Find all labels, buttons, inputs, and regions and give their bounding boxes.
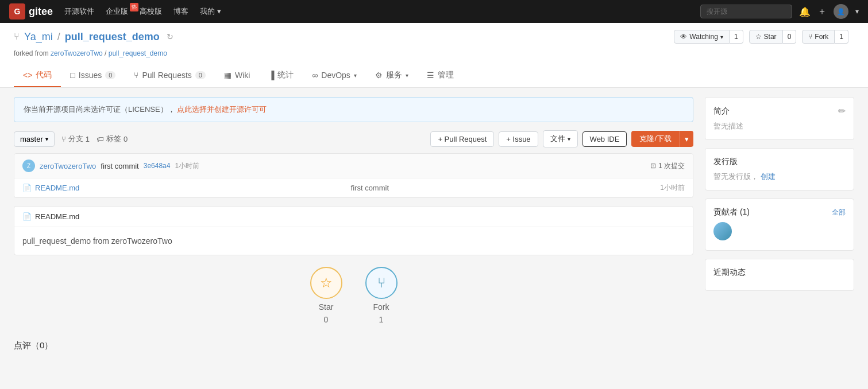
tab-stats[interactable]: ▐ 统计 xyxy=(259,64,303,87)
file-name[interactable]: 📄 README.md xyxy=(22,184,79,192)
main-left: 你当前开源项目尚未选许可证（LICENSE）， 点此选择并创建开源许可可 mas… xyxy=(14,97,693,356)
star-count[interactable]: 0 xyxy=(783,30,797,44)
avatar[interactable]: 👤 xyxy=(834,4,848,19)
pr-badge: 0 xyxy=(195,71,206,79)
branch-left: master ▾ ⑂ 分支 1 🏷 标签 0 xyxy=(14,131,128,147)
fork-icon: ⑂ xyxy=(808,33,812,41)
contributor-avatar[interactable] xyxy=(713,222,732,240)
repo-name[interactable]: pull_request_demo xyxy=(65,31,160,43)
eye-icon: 👁 xyxy=(680,33,687,41)
license-link[interactable]: 点此选择并创建开源许可可 xyxy=(177,105,267,114)
watch-count[interactable]: 1 xyxy=(730,30,743,44)
fork-item[interactable]: ⑂ Fork 1 xyxy=(365,267,398,324)
tab-code[interactable]: <> 代码 xyxy=(14,64,61,87)
repo-header: ⑂ Ya_mi / pull_request_demo ↻ 👁 Watching… xyxy=(0,23,868,88)
services-chevron: ▾ xyxy=(406,72,408,79)
watch-button[interactable]: 👁 Watching ▾ xyxy=(674,30,730,44)
review-section: 点评（0） xyxy=(14,336,693,356)
fork-button[interactable]: ⑂ Fork xyxy=(802,30,835,44)
commit-time: 1小时前 xyxy=(175,161,199,171)
commit-message[interactable]: first commit xyxy=(101,162,138,170)
commit-author[interactable]: zeroTwozeroTwo xyxy=(40,162,96,170)
web-ide-button[interactable]: Web IDE xyxy=(582,131,627,147)
fork-circle-icon: ⑂ xyxy=(365,267,398,299)
intro-desc: 暂无描述 xyxy=(713,122,743,130)
commit-count: ⊡ 1 次提交 xyxy=(650,161,685,171)
stats-icon: ▐ xyxy=(268,71,274,80)
readme-box: 📄 README.md pull_request_demo from zeroT… xyxy=(14,206,693,255)
tab-devops[interactable]: ∞ DevOps ▾ xyxy=(303,64,366,87)
main-content: 你当前开源项目尚未选许可证（LICENSE）， 点此选择并创建开源许可可 mas… xyxy=(0,88,868,365)
repo-title: ⑂ Ya_mi / pull_request_demo ↻ xyxy=(14,31,173,43)
tag-icon: 🏷 xyxy=(97,135,104,143)
file-row: 📄 README.md first commit 1小时前 xyxy=(14,178,693,197)
file-commit-msg: first commit xyxy=(351,184,389,192)
refresh-icon[interactable]: ↻ xyxy=(167,32,173,41)
fork-from: forked from zeroTwozeroTwo / pull_reques… xyxy=(14,49,854,62)
branch-selector[interactable]: master ▾ xyxy=(14,131,55,147)
star-fork-section: ☆ Star 0 ⑂ Fork 1 xyxy=(14,255,693,336)
tab-manage[interactable]: ☰ 管理 xyxy=(418,64,463,87)
watch-group: 👁 Watching ▾ 1 xyxy=(674,30,746,44)
readme-content: pull_request_demo from zeroTwozeroTwo xyxy=(14,227,693,255)
top-nav-right: 🔔 ＋ 👤 ▾ xyxy=(700,4,859,19)
star-circle-icon: ☆ xyxy=(310,267,342,299)
contributors-all-link[interactable]: 全部 xyxy=(832,208,846,217)
release-create-link[interactable]: 创建 xyxy=(761,172,776,181)
tab-wiki[interactable]: ▦ Wiki xyxy=(215,64,259,87)
intro-edit-icon[interactable]: ✏ xyxy=(838,106,846,116)
branch-bar: master ▾ ⑂ 分支 1 🏷 标签 0 + Pull Request + … xyxy=(14,130,693,147)
release-section: 发行版 暂无发行版， 创建 xyxy=(705,148,854,190)
contributors-title: 贡献者 (1) 全部 xyxy=(713,207,846,217)
tab-issues[interactable]: □ Issues 0 xyxy=(61,64,125,87)
services-icon: ⚙ xyxy=(375,71,383,80)
repo-actions: 👁 Watching ▾ 1 ☆ Star 0 ⑂ Fork xyxy=(674,30,854,44)
review-title: 点评（0） xyxy=(14,340,53,350)
tag-count: 🏷 标签 0 xyxy=(97,134,128,144)
bell-icon[interactable]: 🔔 xyxy=(799,6,811,17)
issues-icon: □ xyxy=(70,71,75,80)
recent-title: 近期动态 xyxy=(713,267,846,278)
nav-enterprise[interactable]: 企业版 热 xyxy=(106,6,128,17)
file-chevron: ▾ xyxy=(568,136,570,142)
pr-icon: ⑂ xyxy=(134,71,138,80)
star-button[interactable]: ☆ Star xyxy=(749,30,783,44)
file-button[interactable]: 文件 ▾ xyxy=(543,130,578,147)
issue-button[interactable]: + Issue xyxy=(499,131,538,147)
nav-blog[interactable]: 博客 xyxy=(173,6,188,17)
fork-group: ⑂ Fork 1 xyxy=(802,30,852,44)
commit-avatar[interactable]: Z xyxy=(22,160,35,172)
readme-icon: 📄 xyxy=(22,212,32,221)
logo-text: gitee xyxy=(29,6,53,18)
logo[interactable]: G gitee xyxy=(9,3,53,20)
nav-university[interactable]: 高校版 xyxy=(140,6,162,17)
readme-text: pull_request_demo from zeroTwozeroTwo xyxy=(22,236,685,246)
branch-right: + Pull Request + Issue 文件 ▾ Web IDE 克隆/下… xyxy=(430,130,693,147)
intro-title: 简介 ✏ xyxy=(713,106,846,116)
clone-dropdown[interactable]: ▾ xyxy=(680,131,693,147)
search-input[interactable] xyxy=(700,5,792,18)
star-item[interactable]: ☆ Star 0 xyxy=(310,267,342,324)
avatar-dropdown[interactable]: ▾ xyxy=(855,7,859,15)
recent-section: 近期动态 xyxy=(705,259,854,291)
code-icon: <> xyxy=(23,71,32,80)
fork-source-owner[interactable]: zeroTwozeroTwo xyxy=(51,49,103,57)
fork-count[interactable]: 1 xyxy=(835,30,848,44)
clone-button[interactable]: 克隆/下载 xyxy=(631,131,680,147)
plus-icon[interactable]: ＋ xyxy=(817,6,827,18)
watch-chevron: ▾ xyxy=(720,34,723,40)
fork-source-repo[interactable]: pull_request_demo xyxy=(109,49,167,57)
tab-pullrequests[interactable]: ⑂ Pull Requests 0 xyxy=(125,64,215,87)
repo-owner[interactable]: Ya_mi xyxy=(24,31,53,43)
nav-mine[interactable]: 我的 ▾ xyxy=(200,6,221,17)
nav-opensource[interactable]: 开源软件 xyxy=(64,6,94,17)
pull-request-button[interactable]: + Pull Request xyxy=(430,131,494,147)
readme-header: 📄 README.md xyxy=(14,207,693,227)
star-group: ☆ Star 0 xyxy=(749,30,800,44)
commit-row: Z zeroTwozeroTwo first commit 3e648a4 1小… xyxy=(14,154,693,178)
commit-hash[interactable]: 3e648a4 xyxy=(144,162,171,170)
branch-count: ⑂ 分支 1 xyxy=(61,134,90,144)
issues-badge: 0 xyxy=(105,71,115,79)
tab-services[interactable]: ⚙ 服务 ▾ xyxy=(366,64,418,87)
repo-title-row: ⑂ Ya_mi / pull_request_demo ↻ 👁 Watching… xyxy=(14,30,854,49)
